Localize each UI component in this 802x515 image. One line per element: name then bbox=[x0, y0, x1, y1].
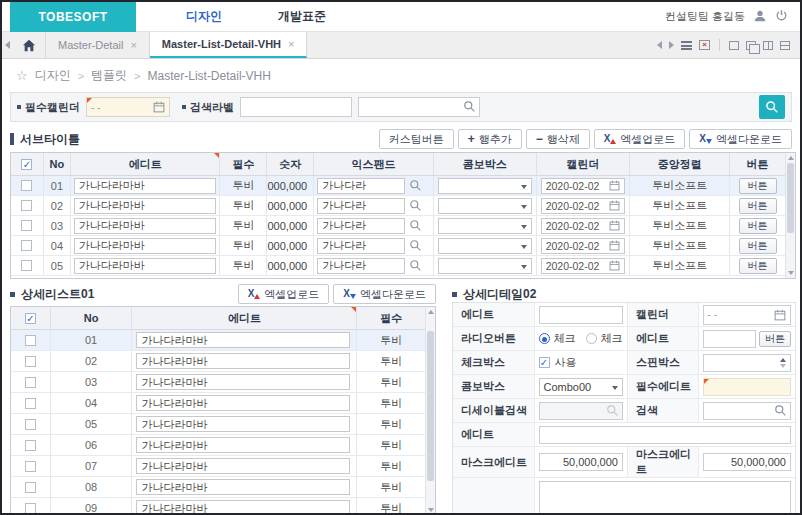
row-checkbox[interactable] bbox=[25, 356, 36, 367]
search-icon[interactable] bbox=[774, 404, 787, 417]
edit-field[interactable] bbox=[703, 330, 756, 348]
row-button[interactable]: 버튼 bbox=[739, 198, 777, 214]
window-split-horizontal-icon[interactable] bbox=[780, 41, 790, 50]
delete-row-button[interactable]: −행삭제 bbox=[526, 129, 590, 149]
calendar-icon[interactable] bbox=[609, 260, 620, 271]
row-checkbox[interactable] bbox=[25, 482, 36, 493]
search-button[interactable] bbox=[759, 95, 785, 119]
row-checkbox[interactable] bbox=[21, 240, 32, 251]
edit-cell-input[interactable] bbox=[136, 395, 350, 411]
edit-cell-input[interactable] bbox=[74, 218, 217, 234]
close-all-tabs-icon[interactable]: × bbox=[699, 40, 710, 50]
form-button[interactable]: 버튼 bbox=[759, 331, 791, 347]
row-checkbox[interactable] bbox=[25, 398, 36, 409]
scroll-down-icon[interactable] bbox=[428, 508, 434, 512]
table-row[interactable]: 05투비 bbox=[11, 414, 425, 435]
row-checkbox[interactable] bbox=[25, 503, 36, 514]
scroll-up-icon[interactable] bbox=[428, 310, 434, 314]
row-checkbox[interactable] bbox=[21, 220, 32, 231]
col-edit[interactable]: 에디트 bbox=[132, 307, 357, 329]
edit-cell-input[interactable] bbox=[136, 332, 350, 348]
scroll-down-icon[interactable] bbox=[788, 271, 794, 275]
table-row[interactable]: 06투비 bbox=[11, 435, 425, 456]
search-text-input[interactable] bbox=[240, 97, 352, 117]
col-edit[interactable]: 에디트 bbox=[71, 153, 221, 175]
mask-edit-field[interactable] bbox=[703, 453, 791, 471]
col-center-align[interactable]: 중앙정렬 bbox=[630, 153, 730, 175]
table-row[interactable]: 04투비 bbox=[11, 393, 425, 414]
tab-prev-icon[interactable] bbox=[657, 41, 662, 49]
col-required[interactable]: 필수 bbox=[357, 307, 425, 329]
combo-cell[interactable] bbox=[438, 258, 532, 274]
combo-cell[interactable] bbox=[438, 238, 532, 254]
row-button[interactable]: 버튼 bbox=[739, 178, 777, 194]
calendar-cell[interactable]: 2020-02-02 bbox=[541, 178, 626, 194]
row-button[interactable]: 버튼 bbox=[739, 258, 777, 274]
tab-close-icon[interactable]: × bbox=[288, 38, 294, 50]
col-required[interactable]: 필수 bbox=[220, 153, 267, 175]
radio-option-checked[interactable]: 체크 bbox=[539, 331, 576, 346]
spinbox-field[interactable] bbox=[703, 354, 791, 372]
tab-scroll-left-icon[interactable] bbox=[2, 32, 12, 58]
expand-search-icon[interactable] bbox=[409, 199, 422, 212]
expand-search-icon[interactable] bbox=[409, 239, 422, 252]
edit-cell-input[interactable] bbox=[74, 198, 217, 214]
excel-download-button[interactable]: X엑셀다운로드 bbox=[689, 129, 792, 149]
spin-down-icon[interactable] bbox=[780, 364, 786, 368]
required-edit-field[interactable] bbox=[703, 378, 791, 396]
home-tab[interactable] bbox=[12, 32, 46, 58]
expand-search-icon[interactable] bbox=[409, 219, 422, 232]
excel-upload-button[interactable]: X엑셀업로드 bbox=[594, 129, 686, 149]
scrollbar-thumb[interactable] bbox=[787, 163, 794, 233]
excel-download-button[interactable]: X엑셀다운로드 bbox=[333, 284, 436, 304]
textbox-field[interactable] bbox=[539, 481, 791, 515]
col-no[interactable]: No bbox=[51, 307, 133, 329]
table-row[interactable]: 07투비 bbox=[11, 456, 425, 477]
col-expand[interactable]: 익스팬드 bbox=[314, 153, 434, 175]
breadcrumb-item[interactable]: 템플릿 bbox=[91, 67, 127, 84]
row-checkbox[interactable] bbox=[25, 335, 36, 346]
edit-cell-input[interactable] bbox=[136, 353, 350, 369]
edit-cell-input[interactable] bbox=[136, 416, 350, 432]
select-all-checkbox[interactable]: ✓ bbox=[21, 159, 32, 170]
tab-master-list-detail-vhh[interactable]: Master-List-Detail-VHH × bbox=[150, 32, 308, 58]
mask-edit-field[interactable] bbox=[539, 453, 623, 471]
nav-design[interactable]: 디자인 bbox=[158, 2, 250, 32]
user-icon[interactable] bbox=[753, 9, 767, 25]
calendar-cell[interactable]: 2020-02-02 bbox=[541, 238, 626, 254]
table-row[interactable]: 04투비1,000,0002020-02-02투비소프트버튼 bbox=[11, 236, 785, 256]
edit-cell-input[interactable] bbox=[136, 374, 350, 390]
calendar-cell[interactable]: 2020-02-02 bbox=[541, 258, 626, 274]
calendar-cell[interactable]: 2020-02-02 bbox=[541, 218, 626, 234]
required-calendar-input[interactable]: - - bbox=[86, 97, 170, 117]
row-checkbox[interactable] bbox=[25, 461, 36, 472]
calendar-icon[interactable] bbox=[609, 180, 620, 191]
table-row[interactable]: 01투비 bbox=[11, 330, 425, 351]
table-row[interactable]: 08투비 bbox=[11, 477, 425, 498]
row-checkbox[interactable] bbox=[21, 200, 32, 211]
edit-field[interactable] bbox=[539, 306, 623, 324]
expand-cell-input[interactable] bbox=[317, 258, 405, 274]
search-lookup-input[interactable] bbox=[358, 97, 480, 117]
calendar-icon[interactable] bbox=[774, 309, 786, 321]
tab-list-menu-icon[interactable] bbox=[681, 41, 692, 50]
custom-button[interactable]: 커스텀버튼 bbox=[379, 129, 454, 149]
calendar-cell[interactable]: 2020-02-02 bbox=[541, 198, 626, 214]
combo-cell[interactable] bbox=[438, 218, 532, 234]
col-calendar[interactable]: 캘린더 bbox=[537, 153, 631, 175]
edit-cell-input[interactable] bbox=[136, 458, 350, 474]
expand-search-icon[interactable] bbox=[409, 179, 422, 192]
calendar-icon[interactable] bbox=[609, 220, 620, 231]
nav-dev-standard[interactable]: 개발표준 bbox=[250, 2, 354, 32]
add-row-button[interactable]: +행추가 bbox=[458, 129, 522, 149]
logout-power-icon[interactable] bbox=[775, 9, 788, 24]
edit-cell-input[interactable] bbox=[74, 238, 217, 254]
edit-cell-input[interactable] bbox=[136, 437, 350, 453]
expand-cell-input[interactable] bbox=[317, 238, 405, 254]
scrollbar-thumb[interactable] bbox=[427, 331, 434, 481]
row-checkbox[interactable] bbox=[21, 260, 32, 271]
scroll-up-icon[interactable] bbox=[788, 156, 794, 160]
checkbox[interactable]: ✓ bbox=[539, 357, 550, 368]
table-row[interactable]: 01투비1,000,0002020-02-02투비소프트버튼 bbox=[11, 176, 785, 196]
window-cascade-icon[interactable] bbox=[746, 41, 756, 50]
